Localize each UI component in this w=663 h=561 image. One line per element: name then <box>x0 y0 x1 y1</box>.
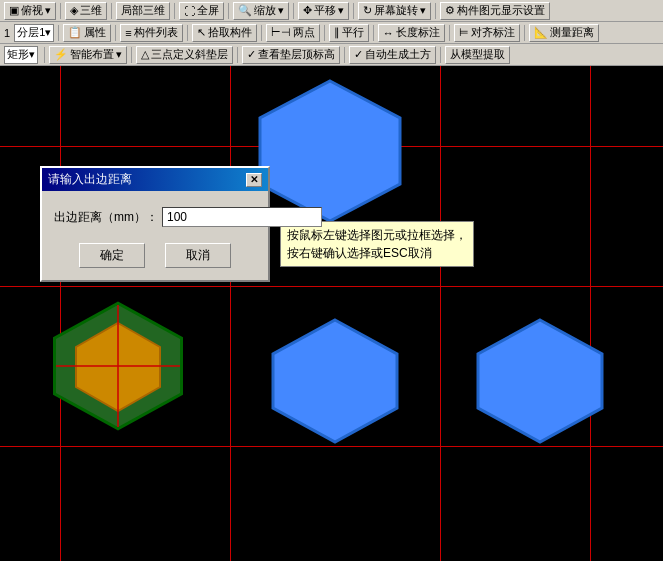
tb-auto-earth[interactable]: ✓ 自动生成土方 <box>349 46 436 64</box>
tb-component-list[interactable]: ≡ 构件列表 <box>120 24 182 42</box>
tb-check-elevation[interactable]: ✓ 查看垫层顶标高 <box>242 46 340 64</box>
tb-props[interactable]: 📋 属性 <box>63 24 111 42</box>
tb-pan[interactable]: ✥ 平移 ▾ <box>298 2 349 20</box>
tb-from-model[interactable]: 从模型提取 <box>445 46 510 64</box>
sep4 <box>228 3 229 19</box>
sep6 <box>353 3 354 19</box>
tb-perspective[interactable]: ▣ 俯视 ▾ <box>4 2 56 20</box>
fullscreen-icon: ⛶ <box>184 5 195 17</box>
tb-twopoint[interactable]: ⊢⊣ 两点 <box>266 24 320 42</box>
chevron-icon4: ▾ <box>420 4 426 17</box>
sep5 <box>293 3 294 19</box>
pan-icon: ✥ <box>303 4 312 17</box>
measure-icon: 📐 <box>534 26 548 39</box>
hex-top-center <box>250 76 410 226</box>
chevron-icon5: ▾ <box>116 48 122 61</box>
zoom-icon: 🔍 <box>238 4 252 17</box>
tb-zoom[interactable]: 🔍 缩放 ▾ <box>233 2 289 20</box>
grid-v4 <box>590 66 591 561</box>
canvas-area[interactable]: 按鼠标左键选择图元或拉框选择， 按右键确认选择或ESC取消 请输入出边距离 ✕ … <box>0 66 663 561</box>
tb-local3d[interactable]: 局部三维 <box>116 2 170 20</box>
svg-marker-7 <box>478 320 602 442</box>
tb-display-settings[interactable]: ⚙ 构件图元显示设置 <box>440 2 550 20</box>
chevron-icon2: ▾ <box>278 4 284 17</box>
chevron-icon3: ▾ <box>338 4 344 17</box>
rotate-icon: ↻ <box>363 4 372 17</box>
instruction-line2: 按右键确认选择或ESC取消 <box>287 244 467 262</box>
earth-icon: ✓ <box>354 48 363 61</box>
sep18 <box>237 47 238 63</box>
tb-3d[interactable]: ◈ 三维 <box>65 2 107 20</box>
elev-icon: ✓ <box>247 48 256 61</box>
dd-arrow2: ▾ <box>29 48 35 61</box>
sep10 <box>187 25 188 41</box>
list-icon: ≡ <box>125 27 131 39</box>
parallel-icon: ∥ <box>334 26 340 39</box>
sep20 <box>440 47 441 63</box>
instruction-line1: 按鼠标左键选择图元或拉框选择， <box>287 226 467 244</box>
svg-marker-0 <box>260 81 400 221</box>
layer-dropdown[interactable]: 分层1 ▾ <box>14 24 54 42</box>
tb-length-dim[interactable]: ↔ 长度标注 <box>378 24 445 42</box>
tb-smart-layout[interactable]: ⚡ 智能布置 ▾ <box>49 46 127 64</box>
dialog-ok-button[interactable]: 确定 <box>79 243 145 268</box>
sep2 <box>111 3 112 19</box>
tb-measure[interactable]: 📐 测量距离 <box>529 24 599 42</box>
tb-parallel[interactable]: ∥ 平行 <box>329 24 369 42</box>
grid-v2 <box>230 66 231 561</box>
align-icon: ⊨ <box>459 26 469 39</box>
sep13 <box>373 25 374 41</box>
tb-align-dim[interactable]: ⊨ 对齐标注 <box>454 24 520 42</box>
sep12 <box>324 25 325 41</box>
distance-input[interactable] <box>162 207 322 227</box>
dialog-body: 出边距离（mm）： 确定 取消 <box>42 191 268 280</box>
dd-arrow: ▾ <box>45 26 51 39</box>
hex-bottom-center <box>265 316 405 446</box>
perspective-icon: ▣ <box>9 4 19 17</box>
sep3 <box>174 3 175 19</box>
tb-pick[interactable]: ↖ 拾取构件 <box>192 24 257 42</box>
shape-dropdown[interactable]: 矩形 ▾ <box>4 46 38 64</box>
dialog-close-button[interactable]: ✕ <box>246 173 262 187</box>
sep14 <box>449 25 450 41</box>
cube-icon: ◈ <box>70 4 78 17</box>
dialog-titlebar: 请输入出边距离 ✕ <box>42 168 268 191</box>
sep15 <box>524 25 525 41</box>
dialog-distance: 请输入出边距离 ✕ 出边距离（mm）： 确定 取消 <box>40 166 270 282</box>
layer-label: 1 <box>4 27 10 39</box>
grid-v3 <box>440 66 441 561</box>
grid-h2 <box>0 286 663 287</box>
grid-h3 <box>0 446 663 447</box>
sep11 <box>261 25 262 41</box>
smart-icon: ⚡ <box>54 48 68 61</box>
dialog-cancel-button[interactable]: 取消 <box>165 243 231 268</box>
sep16 <box>44 47 45 63</box>
twopoint-icon: ⊢⊣ <box>271 26 291 39</box>
sep17 <box>131 47 132 63</box>
sep9 <box>115 25 116 41</box>
sep8 <box>58 25 59 41</box>
tb-fullscreen[interactable]: ⛶ 全屏 <box>179 2 224 20</box>
instruction-box: 按鼠标左键选择图元或拉框选择， 按右键确认选择或ESC取消 <box>280 221 474 267</box>
hex-bottom-right <box>470 316 610 446</box>
toolbar-row2: 1 分层1 ▾ 📋 属性 ≡ 构件列表 ↖ 拾取构件 ⊢⊣ 两点 ∥ 平行 ↔ … <box>0 22 663 44</box>
settings-icon: ⚙ <box>445 4 455 17</box>
svg-marker-6 <box>273 320 397 442</box>
tb-3point-slope[interactable]: △ 三点定义斜垫层 <box>136 46 233 64</box>
pick-icon: ↖ <box>197 26 206 39</box>
length-icon: ↔ <box>383 27 394 39</box>
dialog-input-row: 出边距离（mm）： <box>54 207 256 227</box>
props-icon: 📋 <box>68 26 82 39</box>
sep1 <box>60 3 61 19</box>
slope-icon: △ <box>141 48 149 61</box>
toolbar-row1: ▣ 俯视 ▾ ◈ 三维 局部三维 ⛶ 全屏 🔍 缩放 ▾ ✥ 平移 ▾ ↻ 屏幕… <box>0 0 663 22</box>
toolbar-row3: 矩形 ▾ ⚡ 智能布置 ▾ △ 三点定义斜垫层 ✓ 查看垫层顶标高 ✓ 自动生成… <box>0 44 663 66</box>
sep7 <box>435 3 436 19</box>
dialog-buttons: 确定 取消 <box>54 243 256 268</box>
hex-bottom-left <box>48 301 188 431</box>
sep19 <box>344 47 345 63</box>
dialog-field-label: 出边距离（mm）： <box>54 209 158 226</box>
dialog-title: 请输入出边距离 <box>48 171 132 188</box>
chevron-icon: ▾ <box>45 4 51 17</box>
tb-rotate[interactable]: ↻ 屏幕旋转 ▾ <box>358 2 431 20</box>
